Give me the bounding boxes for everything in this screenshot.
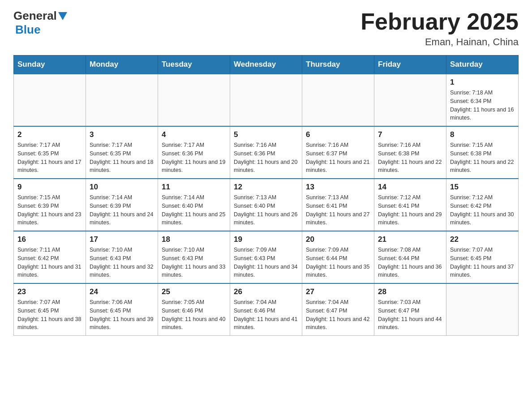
day-number: 3 [90,130,154,139]
day-number: 8 [450,130,515,139]
calendar-cell: 16Sunrise: 7:11 AMSunset: 6:42 PMDayligh… [14,231,86,283]
day-number: 22 [450,235,515,244]
weekday-header-thursday: Thursday [302,56,374,74]
day-info: Sunrise: 7:14 AMSunset: 6:39 PMDaylight:… [90,193,154,227]
day-info: Sunrise: 7:09 AMSunset: 6:44 PMDaylight:… [306,246,370,279]
day-info: Sunrise: 7:18 AMSunset: 6:34 PMDaylight:… [450,89,515,122]
calendar-cell: 19Sunrise: 7:09 AMSunset: 6:43 PMDayligh… [230,231,302,283]
calendar-cell: 26Sunrise: 7:04 AMSunset: 6:46 PMDayligh… [230,283,302,336]
day-info: Sunrise: 7:17 AMSunset: 6:36 PMDaylight:… [162,141,226,175]
calendar-cell: 8Sunrise: 7:15 AMSunset: 6:38 PMDaylight… [446,126,519,179]
day-info: Sunrise: 7:16 AMSunset: 6:36 PMDaylight:… [234,141,298,175]
day-number: 2 [17,130,82,139]
day-info: Sunrise: 7:04 AMSunset: 6:47 PMDaylight:… [306,298,370,332]
calendar-cell: 20Sunrise: 7:09 AMSunset: 6:44 PMDayligh… [302,231,374,283]
day-info: Sunrise: 7:14 AMSunset: 6:40 PMDaylight:… [162,193,226,227]
calendar-cell: 21Sunrise: 7:08 AMSunset: 6:44 PMDayligh… [374,231,446,283]
page-header: General Blue February 2025 Eman, Hainan,… [13,9,519,48]
day-number: 27 [306,287,370,296]
week-row-2: 2Sunrise: 7:17 AMSunset: 6:35 PMDaylight… [14,126,519,179]
day-info: Sunrise: 7:12 AMSunset: 6:42 PMDaylight:… [450,193,515,227]
day-info: Sunrise: 7:06 AMSunset: 6:45 PMDaylight:… [90,298,154,332]
day-number: 7 [378,130,442,139]
logo-area: General Blue [13,9,69,37]
logo-general-text: General [13,9,57,23]
weekday-header-friday: Friday [374,56,446,74]
calendar-cell: 28Sunrise: 7:03 AMSunset: 6:47 PMDayligh… [374,283,446,336]
day-info: Sunrise: 7:07 AMSunset: 6:45 PMDaylight:… [17,298,82,332]
day-number: 9 [17,183,82,192]
day-info: Sunrise: 7:03 AMSunset: 6:47 PMDaylight:… [378,298,442,332]
calendar-cell: 6Sunrise: 7:16 AMSunset: 6:37 PMDaylight… [302,126,374,179]
calendar-cell: 11Sunrise: 7:14 AMSunset: 6:40 PMDayligh… [158,179,230,231]
day-number: 20 [306,235,370,244]
weekday-header-row: SundayMondayTuesdayWednesdayThursdayFrid… [14,56,519,74]
day-number: 6 [306,130,370,139]
calendar-cell: 18Sunrise: 7:10 AMSunset: 6:43 PMDayligh… [158,231,230,283]
day-info: Sunrise: 7:09 AMSunset: 6:43 PMDaylight:… [234,246,298,279]
day-number: 15 [450,183,515,192]
calendar-cell: 15Sunrise: 7:12 AMSunset: 6:42 PMDayligh… [446,179,519,231]
calendar-cell: 25Sunrise: 7:05 AMSunset: 6:46 PMDayligh… [158,283,230,336]
day-number: 11 [162,183,226,192]
day-info: Sunrise: 7:16 AMSunset: 6:37 PMDaylight:… [306,141,370,175]
day-info: Sunrise: 7:16 AMSunset: 6:38 PMDaylight:… [378,141,442,175]
day-number: 26 [234,287,298,296]
week-row-3: 9Sunrise: 7:15 AMSunset: 6:39 PMDaylight… [14,179,519,231]
weekday-header-saturday: Saturday [446,56,519,74]
day-info: Sunrise: 7:15 AMSunset: 6:38 PMDaylight:… [450,141,515,175]
week-row-1: 1Sunrise: 7:18 AMSunset: 6:34 PMDaylight… [14,74,519,126]
calendar-cell: 13Sunrise: 7:13 AMSunset: 6:41 PMDayligh… [302,179,374,231]
day-info: Sunrise: 7:05 AMSunset: 6:46 PMDaylight:… [162,298,226,332]
calendar-cell: 4Sunrise: 7:17 AMSunset: 6:36 PMDaylight… [158,126,230,179]
day-info: Sunrise: 7:10 AMSunset: 6:43 PMDaylight:… [162,246,226,279]
week-row-4: 16Sunrise: 7:11 AMSunset: 6:42 PMDayligh… [14,231,519,283]
day-info: Sunrise: 7:15 AMSunset: 6:39 PMDaylight:… [17,193,82,227]
day-info: Sunrise: 7:11 AMSunset: 6:42 PMDaylight:… [17,246,82,279]
day-number: 16 [17,235,82,244]
calendar-cell: 12Sunrise: 7:13 AMSunset: 6:40 PMDayligh… [230,179,302,231]
day-number: 5 [234,130,298,139]
week-row-5: 23Sunrise: 7:07 AMSunset: 6:45 PMDayligh… [14,283,519,336]
day-number: 28 [378,287,442,296]
day-number: 12 [234,183,298,192]
day-number: 4 [162,130,226,139]
calendar-cell [302,74,374,126]
day-number: 23 [17,287,82,296]
day-number: 24 [90,287,154,296]
day-number: 18 [162,235,226,244]
calendar-table: SundayMondayTuesdayWednesdayThursdayFrid… [13,55,519,336]
calendar-cell: 1Sunrise: 7:18 AMSunset: 6:34 PMDaylight… [446,74,519,126]
calendar-cell: 27Sunrise: 7:04 AMSunset: 6:47 PMDayligh… [302,283,374,336]
calendar-cell [446,283,519,336]
title-area: February 2025 Eman, Hainan, China [360,9,519,48]
day-info: Sunrise: 7:10 AMSunset: 6:43 PMDaylight:… [90,246,154,279]
calendar-cell [374,74,446,126]
day-number: 10 [90,183,154,192]
day-info: Sunrise: 7:17 AMSunset: 6:35 PMDaylight:… [17,141,82,175]
day-info: Sunrise: 7:12 AMSunset: 6:41 PMDaylight:… [378,193,442,227]
day-info: Sunrise: 7:13 AMSunset: 6:40 PMDaylight:… [234,193,298,227]
calendar-cell: 7Sunrise: 7:16 AMSunset: 6:38 PMDaylight… [374,126,446,179]
weekday-header-tuesday: Tuesday [158,56,230,74]
weekday-header-monday: Monday [86,56,158,74]
day-info: Sunrise: 7:17 AMSunset: 6:35 PMDaylight:… [90,141,154,175]
calendar-cell: 14Sunrise: 7:12 AMSunset: 6:41 PMDayligh… [374,179,446,231]
calendar-cell [14,74,86,126]
calendar-cell: 5Sunrise: 7:16 AMSunset: 6:36 PMDaylight… [230,126,302,179]
calendar-cell: 17Sunrise: 7:10 AMSunset: 6:43 PMDayligh… [86,231,158,283]
weekday-header-wednesday: Wednesday [230,56,302,74]
calendar-cell: 3Sunrise: 7:17 AMSunset: 6:35 PMDaylight… [86,126,158,179]
logo: General [13,9,69,23]
day-info: Sunrise: 7:07 AMSunset: 6:45 PMDaylight:… [450,246,515,279]
logo-blue-text: Blue [15,23,40,36]
day-info: Sunrise: 7:04 AMSunset: 6:46 PMDaylight:… [234,298,298,332]
calendar-cell: 10Sunrise: 7:14 AMSunset: 6:39 PMDayligh… [86,179,158,231]
weekday-header-sunday: Sunday [14,56,86,74]
day-number: 17 [90,235,154,244]
day-number: 19 [234,235,298,244]
month-title: February 2025 [360,9,519,34]
calendar-cell: 24Sunrise: 7:06 AMSunset: 6:45 PMDayligh… [86,283,158,336]
day-number: 25 [162,287,226,296]
calendar-cell [158,74,230,126]
